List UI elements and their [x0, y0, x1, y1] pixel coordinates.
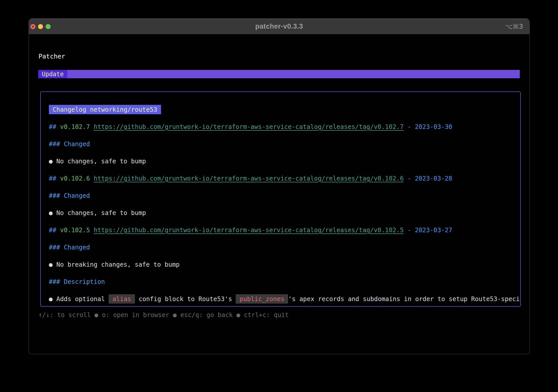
changelog-badge: Changelog networking/route53 [49, 105, 161, 114]
window-title: patcher-v0.3.3 [255, 23, 303, 30]
h2-marker: ## [49, 226, 56, 234]
release-date: 2023-03-27 [415, 226, 452, 234]
window-titlebar[interactable]: patcher-v0.3.3 ⌥⌘3 [29, 19, 529, 34]
bullet-line: ● No changes, safe to bump [49, 204, 513, 221]
bullet-text: No breaking changes, safe to bump [56, 261, 180, 268]
changelog-badge-row: Changelog networking/route53 [49, 101, 513, 118]
date-separator: - [407, 123, 411, 130]
h2-marker: ## [49, 123, 56, 130]
section-heading-line: ### Changed [49, 187, 513, 204]
section-heading: ### Changed [49, 192, 90, 199]
inline-code-alias: alias [109, 294, 135, 304]
release-version: v0.102.5 [60, 226, 90, 234]
description-text-middle: config block to Route53's [139, 295, 232, 303]
description-text-suffix: 's apex records and subdomains in order … [288, 295, 521, 303]
bullet-icon: ● [49, 209, 53, 217]
date-separator: - [407, 175, 411, 182]
bullet-text: No changes, safe to bump [56, 158, 146, 165]
traffic-lights [30, 19, 51, 34]
release-link[interactable]: https://github.com/gruntwork-io/terrafor… [94, 175, 404, 182]
bullet-icon: ● [49, 158, 53, 165]
close-button[interactable] [30, 24, 35, 29]
bullet-text: No changes, safe to bump [56, 209, 146, 217]
h2-marker: ## [49, 175, 56, 182]
bullet-icon: ● [49, 261, 53, 268]
modified-indicator-icon [32, 26, 34, 28]
help-footer: ↑/↓: to scroll ● o: open in browser ● es… [38, 311, 289, 319]
tab-update[interactable]: Update [38, 70, 67, 78]
release-date: 2023-03-28 [415, 175, 452, 182]
zoom-button[interactable] [46, 24, 51, 29]
tab-shortcut-indicator: ⌥⌘3 [505, 23, 523, 30]
terminal-window: patcher-v0.3.3 ⌥⌘3 Patcher Update Change… [29, 18, 530, 354]
release-heading-line: ## v0.102.5 https://github.com/gruntwork… [49, 221, 513, 239]
release-heading-line: ## v0.102.7 https://github.com/gruntwork… [49, 118, 513, 135]
section-heading-line: ### Changed [49, 135, 513, 152]
release-heading-line: ## v0.102.6 https://github.com/gruntwork… [49, 170, 513, 187]
bullet-line: ● No breaking changes, safe to bump [49, 256, 513, 273]
date-separator: - [407, 226, 411, 234]
bullet-icon: ● [49, 295, 53, 303]
bullet-line: ● No changes, safe to bump [49, 152, 513, 170]
release-version: v0.102.7 [60, 123, 90, 130]
description-text-prefix: Adds optional [56, 295, 105, 303]
section-heading-line: ### Changed [49, 239, 513, 256]
section-heading: ### Changed [49, 140, 90, 148]
section-heading: ### Description [49, 278, 105, 285]
app-heading: Patcher [38, 53, 65, 60]
tab-bar: Update [38, 70, 520, 78]
release-link[interactable]: https://github.com/gruntwork-io/terrafor… [94, 123, 404, 130]
minimize-button[interactable] [38, 24, 43, 29]
section-heading-line: ### Description [49, 273, 513, 290]
inline-code-public-zones: public_zones [236, 294, 288, 304]
release-version: v0.102.6 [60, 175, 90, 182]
description-bullet-line: ● Adds optional alias config block to Ro… [49, 290, 513, 307]
section-heading: ### Changed [49, 244, 90, 251]
changelog-viewport[interactable]: Changelog networking/route53 ## v0.102.7… [40, 91, 521, 307]
release-date: 2023-03-30 [415, 123, 452, 130]
release-link[interactable]: https://github.com/gruntwork-io/terrafor… [94, 226, 404, 234]
